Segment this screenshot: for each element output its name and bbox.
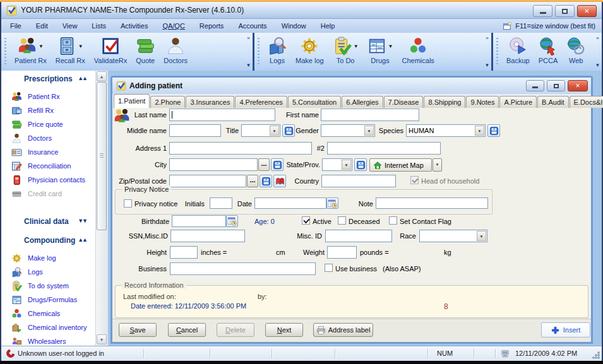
toolbar-quote-button[interactable]: Quote xyxy=(131,34,159,69)
sidebar-item-patient-rx[interactable]: Patient Rx xyxy=(1,90,95,103)
minimize-button[interactable] xyxy=(533,5,552,17)
sidebar-item-reconciliation[interactable]: Reconciliation xyxy=(1,159,95,173)
dropdown-arrow-icon[interactable]: ▼ xyxy=(388,44,393,49)
zip-lookup-button[interactable] xyxy=(260,175,272,187)
title-combo[interactable]: ▼ xyxy=(241,124,280,137)
internet-map-button[interactable]: Internet Map xyxy=(369,158,432,172)
tab-insurances[interactable]: 3.Insurances xyxy=(186,96,234,108)
sidebar-item-make-log[interactable]: Make log xyxy=(1,251,95,265)
toolbar-make-log-button[interactable]: Make log xyxy=(291,34,328,69)
species-combo[interactable]: HUMAN▼ xyxy=(406,124,486,137)
tab-disease[interactable]: 7.Disease xyxy=(384,96,424,108)
sidebar-item-wholesalers[interactable]: Wholesalers xyxy=(1,334,95,346)
tab-phone[interactable]: 2.Phone xyxy=(150,96,185,108)
zip-browse-button[interactable]: ... xyxy=(247,175,258,187)
close-button[interactable]: ✕ xyxy=(577,5,597,17)
toolbar-chemicals-button[interactable]: Chemicals xyxy=(397,34,438,69)
address1-input[interactable] xyxy=(169,142,312,155)
zip-directory-button[interactable] xyxy=(273,175,286,187)
toolbar-logs-button[interactable]: Logs xyxy=(263,34,291,69)
city-input[interactable] xyxy=(169,158,258,171)
menu-qaqc[interactable]: QA/QC xyxy=(162,22,184,30)
internet-map-dropdown-button[interactable]: ▼ xyxy=(433,158,442,172)
sidebar-section-compounding[interactable]: Compounding ▲▲ xyxy=(1,236,95,247)
toolbar-todo-button[interactable]: ▼ To Do xyxy=(328,34,363,69)
sidebar-item-chemical-inventory[interactable]: Chemical inventory xyxy=(1,320,95,334)
menu-activities[interactable]: Activities xyxy=(121,22,148,30)
toolbar-overflow-button[interactable]: »▼ xyxy=(594,34,601,69)
sidebar-item-physician-contacts[interactable]: Physician contacts xyxy=(1,173,95,187)
set-contact-flag-checkbox[interactable] xyxy=(389,216,397,225)
tab-audit[interactable]: B.Audit xyxy=(537,96,568,108)
tab-consultation[interactable]: 5.Consultation xyxy=(288,96,341,108)
sidebar-item-price-quote[interactable]: Price quote xyxy=(1,117,95,131)
save-button[interactable]: Save xyxy=(119,323,157,337)
dropdown-arrow-icon[interactable]: ▼ xyxy=(354,44,359,49)
title-lookup-button[interactable] xyxy=(282,124,295,137)
combo-arrow-icon[interactable]: ▼ xyxy=(475,126,484,136)
toolbar-pcca-button[interactable]: PCCA xyxy=(534,34,563,69)
sidebar-item-doctors[interactable]: Doctors xyxy=(1,131,95,145)
birthdate-input[interactable] xyxy=(172,215,226,227)
toolbar-patient-rx-button[interactable]: ▼ Patient Rx xyxy=(10,34,51,69)
misc-id-input[interactable] xyxy=(325,230,392,242)
species-lookup-button[interactable] xyxy=(487,124,500,137)
tab-docs-image[interactable]: E.Docs&Image xyxy=(570,96,603,108)
last-name-input[interactable] xyxy=(169,109,275,121)
next-button[interactable]: Next xyxy=(265,323,303,337)
scroll-up-button[interactable]: ▲ xyxy=(97,71,107,81)
menu-accounts[interactable]: Accounts xyxy=(238,22,266,30)
city-lookup-button[interactable] xyxy=(271,158,284,171)
business-input[interactable] xyxy=(170,262,316,275)
state-lookup-button[interactable] xyxy=(354,158,367,171)
menu-reports[interactable]: Reports xyxy=(200,22,224,30)
combo-arrow-icon[interactable]: ▼ xyxy=(364,126,374,136)
sidebar-section-prescriptions[interactable]: Prescriptions ▲▲ xyxy=(1,74,95,86)
deceased-checkbox[interactable] xyxy=(338,216,346,225)
note-input[interactable] xyxy=(376,197,488,209)
gender-combo[interactable]: ▼ xyxy=(321,124,375,137)
combo-arrow-icon[interactable]: ▼ xyxy=(342,160,351,170)
height-input[interactable] xyxy=(170,246,198,259)
chevron-up-icon[interactable]: ▲▲ xyxy=(78,75,87,81)
city-browse-button[interactable]: ... xyxy=(258,158,270,171)
tab-patient[interactable]: 1.Patient xyxy=(114,94,150,108)
menu-view[interactable]: View xyxy=(63,22,78,30)
zip-input[interactable] xyxy=(169,175,246,187)
dialog-maximize-button[interactable] xyxy=(547,80,565,91)
scroll-down-button[interactable]: ▼ xyxy=(97,334,107,344)
combo-arrow-icon[interactable]: ▼ xyxy=(270,126,279,136)
privacy-notice-checkbox[interactable] xyxy=(124,199,132,208)
address-label-button[interactable]: Address label xyxy=(313,323,373,337)
sidebar-item-drugs-formulas[interactable]: Drugs/Formulas xyxy=(1,293,95,307)
dialog-close-button[interactable]: ✕ xyxy=(568,80,588,91)
dropdown-arrow-icon[interactable]: ▼ xyxy=(78,44,83,49)
toolbar-validaterx-button[interactable]: ValidateRx xyxy=(90,34,131,69)
dialog-minimize-button[interactable] xyxy=(526,80,544,91)
menu-file[interactable]: File xyxy=(10,22,21,30)
toolbar-overflow-button[interactable]: »▼ xyxy=(245,34,252,69)
ssn-input[interactable] xyxy=(170,230,245,242)
weight-input[interactable] xyxy=(327,246,357,259)
menu-edit[interactable]: Edit xyxy=(36,22,48,30)
sidebar-item-logs[interactable]: Logs xyxy=(1,265,95,279)
active-checkbox[interactable] xyxy=(302,216,310,225)
address2-input[interactable] xyxy=(327,142,441,155)
sidebar-section-clinical-data[interactable]: Clinical data ▼▼ xyxy=(1,217,95,228)
privacy-date-input[interactable] xyxy=(254,197,326,209)
tab-notes[interactable]: 9.Notes xyxy=(466,96,499,108)
race-combo[interactable]: ▼ xyxy=(419,230,487,242)
tab-allergies[interactable]: 6.Allergies xyxy=(342,96,383,108)
tab-shipping[interactable]: 8.Shipping xyxy=(424,96,465,108)
chevron-up-icon[interactable]: ▲▲ xyxy=(78,237,87,243)
resize-grip[interactable] xyxy=(592,351,600,359)
toolbar-backup-button[interactable]: Backup xyxy=(502,34,534,69)
dropdown-arrow-icon[interactable]: ▼ xyxy=(39,44,44,49)
birthdate-calendar-button[interactable] xyxy=(226,215,238,227)
toolbar-drugs-button[interactable]: ▼ Drugs xyxy=(363,34,398,69)
tab-picture[interactable]: A.Picture xyxy=(499,96,537,108)
country-input[interactable] xyxy=(321,175,396,187)
privacy-date-calendar-button[interactable] xyxy=(326,197,338,209)
toolbar-doctors-button[interactable]: Doctors xyxy=(159,34,192,69)
tab-preferences[interactable]: 4.Preferences xyxy=(235,96,287,108)
